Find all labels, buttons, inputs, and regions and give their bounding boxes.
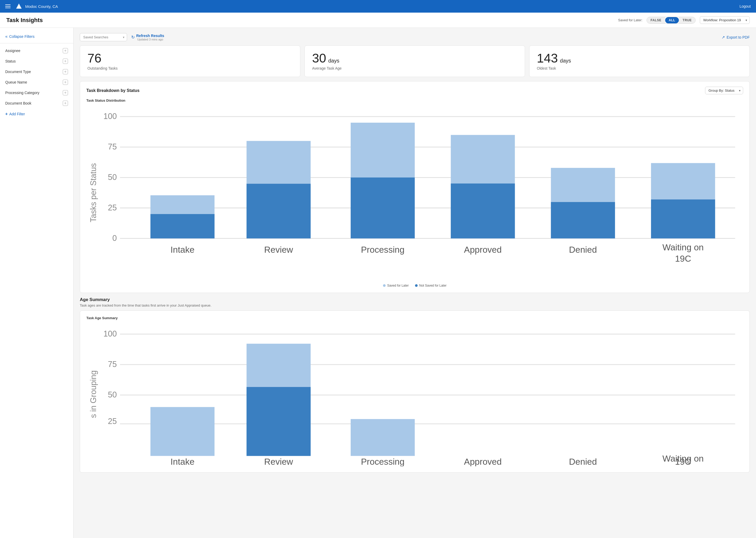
svg-text:Denied: Denied xyxy=(569,457,597,466)
svg-text:25: 25 xyxy=(108,417,117,426)
age-summary-section: Age Summary Task ages are tracked from t… xyxy=(80,297,750,473)
legend-not-saved-dot xyxy=(415,284,418,287)
filter-status-label: Status xyxy=(5,59,16,63)
filter-document-book-plus-icon[interactable]: + xyxy=(63,101,68,106)
top-nav: Modoc County, CA Logout xyxy=(0,0,756,13)
add-filter-plus-icon: + xyxy=(5,112,8,116)
refresh-button[interactable]: ↻ Refresh Results Updated 3 mins ago xyxy=(131,34,164,41)
stat-outstanding-label: Outstanding Tasks xyxy=(87,66,293,71)
filter-queue-name[interactable]: Queue Name + xyxy=(0,77,73,87)
svg-text:Intake: Intake xyxy=(170,457,194,466)
filter-processing-category[interactable]: Processing Category + xyxy=(0,87,73,98)
content-area: Saved Searches ↻ Refresh Results Updated… xyxy=(73,28,756,538)
stat-average-unit: days xyxy=(328,58,339,64)
saved-searches-wrap: Saved Searches xyxy=(80,33,127,41)
svg-text:Review: Review xyxy=(264,457,293,466)
age-summary-chart-container: 100 75 50 25 s in Grouping xyxy=(86,322,743,467)
legend-not-saved-for-later: Not Saved for Later xyxy=(415,284,447,288)
svg-text:Waiting on: Waiting on xyxy=(663,242,704,252)
refresh-sub: Updated 3 mins ago xyxy=(136,38,164,41)
svg-text:0: 0 xyxy=(112,234,117,242)
filter-processing-category-label: Processing Category xyxy=(5,91,39,95)
stat-outstanding-tasks: 76 Outstanding Tasks xyxy=(80,45,300,77)
legend-saved-label: Saved for Later xyxy=(387,284,409,288)
age-bar-review-not-saved xyxy=(247,387,310,456)
filter-status[interactable]: Status + xyxy=(0,56,73,67)
bar-denied-not-saved xyxy=(551,202,615,239)
age-summary-title: Age Summary xyxy=(80,297,750,302)
svg-text:100: 100 xyxy=(103,112,117,121)
stat-oldest-label: Oldest Task xyxy=(537,66,742,71)
svg-text:s in Grouping: s in Grouping xyxy=(89,370,98,418)
svg-text:Processing: Processing xyxy=(361,245,404,254)
filter-document-type[interactable]: Document Type + xyxy=(0,67,73,77)
filter-assignee-label: Assignee xyxy=(5,49,21,53)
svg-text:19C: 19C xyxy=(675,457,691,466)
bar-processing-not-saved xyxy=(351,178,415,239)
svg-text:50: 50 xyxy=(108,173,117,182)
filter-document-book[interactable]: Document Book + xyxy=(0,98,73,108)
age-summary-subtitle: Task ages are tracked from the time that… xyxy=(80,303,750,307)
filter-assignee-plus-icon[interactable]: + xyxy=(63,48,68,53)
header-controls: Saved for Later: FALSE ALL TRUE Workflow… xyxy=(618,16,750,24)
export-pdf-button[interactable]: ↗ Export to PDF xyxy=(722,35,750,40)
breakdown-chart-svg: 100 75 50 25 0 Tasks per Status xyxy=(86,105,743,281)
svg-text:Approved: Approved xyxy=(464,245,502,254)
breakdown-inner-title: Task Status Distribution xyxy=(86,98,743,102)
filter-document-type-plus-icon[interactable]: + xyxy=(63,69,68,74)
filter-queue-name-label: Queue Name xyxy=(5,80,27,84)
toggle-true[interactable]: TRUE xyxy=(679,17,695,24)
logo-area: Modoc County, CA xyxy=(15,2,58,11)
age-summary-chart-card: Task Age Summary 100 75 50 25 s in Group… xyxy=(80,310,750,473)
filter-status-plus-icon[interactable]: + xyxy=(63,59,68,64)
toggle-false[interactable]: FALSE xyxy=(647,17,665,24)
bar-review-not-saved xyxy=(247,184,310,238)
age-bar-processing xyxy=(351,419,415,456)
stat-average-number: 30 xyxy=(312,52,326,65)
age-summary-chart-svg: 100 75 50 25 s in Grouping xyxy=(86,322,743,466)
collapse-filters-button[interactable]: « Collapse Filters xyxy=(0,32,73,43)
filter-processing-category-plus-icon[interactable]: + xyxy=(63,90,68,95)
svg-text:25: 25 xyxy=(108,203,117,212)
refresh-icon: ↻ xyxy=(131,35,135,40)
stat-oldest-task: 143 days Oldest Task xyxy=(529,45,750,77)
chevron-left-icon: « xyxy=(5,34,8,39)
sidebar: « Collapse Filters Assignee + Status + D… xyxy=(0,28,73,538)
toolbar-left: Saved Searches ↻ Refresh Results Updated… xyxy=(80,33,164,41)
workflow-select-wrap: Workflow: Proposition 19 xyxy=(700,16,750,24)
toggle-all[interactable]: ALL xyxy=(665,17,679,24)
main-layout: « Collapse Filters Assignee + Status + D… xyxy=(0,28,756,538)
add-filter-button[interactable]: + Add Filter xyxy=(0,108,73,120)
svg-text:19C: 19C xyxy=(675,254,691,263)
logout-button[interactable]: Logout xyxy=(739,4,751,8)
age-bar-intake xyxy=(150,407,214,456)
svg-text:Tasks per Status: Tasks per Status xyxy=(89,163,98,222)
stats-row: 76 Outstanding Tasks 30 days Average Tas… xyxy=(80,45,750,77)
add-filter-label: Add Filter xyxy=(9,112,25,116)
hamburger-menu[interactable] xyxy=(5,4,11,8)
svg-text:Approved: Approved xyxy=(464,457,502,466)
svg-text:75: 75 xyxy=(108,142,117,151)
page-title: Task Insights xyxy=(6,17,43,24)
workflow-dropdown[interactable]: Workflow: Proposition 19 xyxy=(700,16,750,24)
stat-average-number-row: 30 days xyxy=(312,52,517,65)
svg-text:100: 100 xyxy=(103,329,117,338)
filter-queue-name-plus-icon[interactable]: + xyxy=(63,80,68,85)
svg-text:Review: Review xyxy=(264,245,293,254)
export-icon: ↗ xyxy=(722,35,725,40)
saved-searches-dropdown[interactable]: Saved Searches xyxy=(80,33,127,41)
breakdown-chart-legend: Saved for Later Not Saved for Later xyxy=(86,284,743,288)
page-header: Task Insights Saved for Later: FALSE ALL… xyxy=(0,13,756,28)
group-by-select[interactable]: Group By: Status xyxy=(705,87,743,94)
bar-intake-not-saved xyxy=(150,214,214,239)
toolbar-row: Saved Searches ↻ Refresh Results Updated… xyxy=(80,33,750,41)
svg-text:50: 50 xyxy=(108,390,117,399)
nav-title: Modoc County, CA xyxy=(25,4,58,9)
age-summary-inner-title: Task Age Summary xyxy=(86,316,743,320)
svg-text:Processing: Processing xyxy=(361,457,404,466)
filter-assignee[interactable]: Assignee + xyxy=(0,45,73,56)
breakdown-chart-container: 100 75 50 25 0 Tasks per Status xyxy=(86,105,743,288)
saved-for-later-label: Saved for Later: xyxy=(618,18,642,22)
collapse-filters-label: Collapse Filters xyxy=(9,34,34,39)
legend-saved-for-later: Saved for Later xyxy=(383,284,409,288)
